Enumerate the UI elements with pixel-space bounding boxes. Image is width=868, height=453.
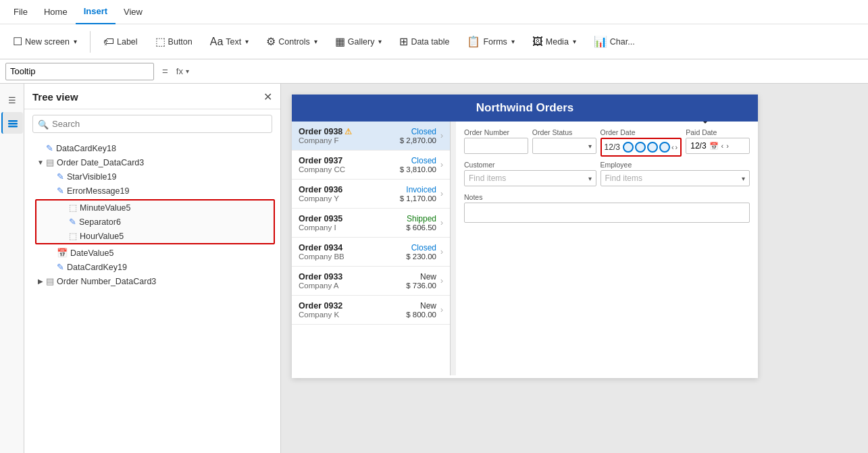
tree-title: Tree view <box>32 91 78 103</box>
chevron-right-icon: › <box>440 305 443 315</box>
chart-icon: 📊 <box>594 35 607 48</box>
chart-button[interactable]: 📊 Char... <box>586 30 642 53</box>
property-selector[interactable]: Tooltip <box>5 63 154 80</box>
order-status: Closed <box>406 243 436 252</box>
tree-item-separator6[interactable]: ✎ Separator6 <box>36 215 274 229</box>
new-screen-icon: ☐ <box>13 35 22 48</box>
field-order-date: Order Date 12/3 <box>601 128 682 157</box>
calendar-icon: 📅 <box>57 248 68 258</box>
menu-view[interactable]: View <box>116 0 151 24</box>
chevron-right-icon: › <box>440 131 443 140</box>
order-right: Closed $ 230.00 <box>406 243 436 261</box>
menu-file[interactable]: File <box>5 0 36 24</box>
expand-icon[interactable]: ▼ <box>35 159 46 166</box>
control-icon: ⬚ <box>69 231 77 241</box>
edit-icon: ✎ <box>57 262 64 272</box>
search-input[interactable] <box>32 115 272 133</box>
order-list: Order 0938⚠ Company F Closed $ 2,870.00 … <box>292 122 451 375</box>
order-item-0934[interactable]: Order 0934 Company BB Closed $ 230.00 › <box>292 238 450 267</box>
order-status-select[interactable]: ▾ <box>532 138 596 154</box>
item-label: DateValue5 <box>70 248 113 258</box>
forms-button[interactable]: 📋 Forms ▾ <box>459 30 521 53</box>
menu-home[interactable]: Home <box>36 0 76 24</box>
field-employee: Employee Find items ▾ <box>601 161 750 186</box>
tree-close-button[interactable]: ✕ <box>263 90 272 103</box>
order-info: Order 0936 Company Y <box>299 185 400 203</box>
tree-panel: Tree view ✕ 🔍 ✎ DataCardKey18 ▼ ▤ Order … <box>24 84 281 453</box>
group-icon: ▤ <box>46 157 54 167</box>
order-right: New $ 800.00 <box>406 301 436 319</box>
order-status: Closed <box>400 127 436 136</box>
paid-date-field[interactable]: 12/3 📅 ‹ › <box>686 138 750 154</box>
date-nav-next[interactable]: › <box>726 142 729 150</box>
order-info: Order 0934 Company BB <box>299 243 406 261</box>
order-item-0936[interactable]: Order 0936 Company Y Invoiced $ 1,170.00… <box>292 180 450 209</box>
equals-sign: = <box>159 65 171 77</box>
order-number-input[interactable] <box>464 138 528 154</box>
customer-placeholder: Find items <box>469 174 506 183</box>
order-date-label: Order Date <box>601 128 682 136</box>
sidebar-menu-icon[interactable]: ☰ <box>1 89 23 111</box>
order-item-0932[interactable]: Order 0932 Company K New $ 800.00 › <box>292 296 450 325</box>
order-company: Company CC <box>299 165 400 174</box>
tree-item-starvisible19[interactable]: ✎ StarVisible19 <box>24 169 280 184</box>
tree-item-datacardkey19[interactable]: ✎ DataCardKey19 <box>24 260 280 274</box>
datatable-button[interactable]: ⊞ Data table <box>392 30 457 53</box>
detail-grid: Order Number Order Status ▾ <box>464 128 750 223</box>
order-status: Shipped <box>406 214 436 223</box>
fx-button[interactable]: fx ▾ <box>176 66 189 76</box>
order-item-0933[interactable]: Order 0933 Company A New $ 736.00 › <box>292 267 450 296</box>
svg-rect-1 <box>8 123 18 125</box>
menu-insert[interactable]: Insert <box>76 0 116 24</box>
date-nav-prev[interactable]: ‹ <box>721 142 724 150</box>
order-id: Order 0935 <box>299 214 406 223</box>
sidebar-layers-icon[interactable] <box>1 112 23 134</box>
order-id: Order 0934 <box>299 243 406 252</box>
edit-icon: ✎ <box>57 171 64 182</box>
order-item-0937[interactable]: Order 0937 Company CC Closed $ 3,810.00 … <box>292 151 450 180</box>
button-button[interactable]: ⬚ Button <box>148 30 200 53</box>
tree-search-container: 🔍 <box>32 115 272 133</box>
date-prev-icon[interactable]: ‹ <box>671 143 674 151</box>
sidebar-icons: ☰ <box>0 84 24 453</box>
app-body: Order 0938⚠ Company F Closed $ 2,870.00 … <box>292 122 758 375</box>
order-info: Order 0937 Company CC <box>299 156 400 174</box>
controls-button[interactable]: ⚙ Controls ▾ <box>259 30 325 53</box>
tree-item-hourvalue5[interactable]: ⬚ HourValue5 <box>36 229 274 243</box>
text-button[interactable]: Aa Text ▾ <box>203 31 257 53</box>
media-button[interactable]: 🖼 Media ▾ <box>525 31 584 53</box>
order-info: Order 0933 Company A <box>299 272 406 290</box>
order-id: Order 0932 <box>299 301 406 311</box>
text-icon: Aa <box>210 36 224 48</box>
gallery-button[interactable]: ▦ Gallery ▾ <box>328 30 390 53</box>
tree-item-errormessage19[interactable]: ✎ ErrorMessage19 <box>24 184 280 198</box>
tree-item-datevalue5[interactable]: 📅 DateValue5 <box>24 246 280 260</box>
label-button[interactable]: 🏷 Label <box>96 31 145 53</box>
tree-item-minutevalue5[interactable]: ⬚ MinuteValue5 <box>36 201 274 215</box>
scroll-bar[interactable] <box>451 122 456 375</box>
date-next-icon[interactable]: › <box>675 143 678 151</box>
order-id: Order 0938⚠ <box>299 127 400 136</box>
expand-icon-collapsed[interactable]: ▶ <box>35 277 46 285</box>
order-company: Company Y <box>299 194 400 203</box>
order-item-0938[interactable]: Order 0938⚠ Company F Closed $ 2,870.00 … <box>292 122 450 151</box>
tree-item-datacardkey18[interactable]: ✎ DataCardKey18 <box>24 141 280 155</box>
customer-combobox[interactable]: Find items ▾ <box>464 170 596 186</box>
tree-content: ✎ DataCardKey18 ▼ ▤ Order Date_DataCard3… <box>24 138 280 453</box>
search-icon: 🔍 <box>38 119 49 129</box>
ribbon: ☐ New screen ▾ 🏷 Label ⬚ Button Aa Text … <box>0 24 868 59</box>
edit-icon: ✎ <box>69 217 76 227</box>
order-item-0935[interactable]: Order 0935 Company I Shipped $ 606.50 › <box>292 209 450 238</box>
employee-combobox[interactable]: Find items ▾ <box>601 170 750 186</box>
controls-caret: ▾ <box>314 38 317 45</box>
order-date-field[interactable]: 12/3 ‹ › <box>601 138 682 157</box>
date-field-inner: 12/3 ‹ › <box>602 139 681 155</box>
tree-item-order-date-datacard3[interactable]: ▼ ▤ Order Date_DataCard3 <box>24 155 280 169</box>
order-status: Closed <box>400 156 436 165</box>
tree-item-order-number-datacard3[interactable]: ▶ ▤ Order Number_DataCard3 <box>24 274 280 288</box>
item-label: Order Number_DataCard3 <box>57 277 156 286</box>
notes-input[interactable] <box>464 203 750 223</box>
new-screen-button[interactable]: ☐ New screen ▾ <box>5 30 84 53</box>
order-status: New <box>406 272 436 282</box>
date-circle-2 <box>635 142 646 153</box>
